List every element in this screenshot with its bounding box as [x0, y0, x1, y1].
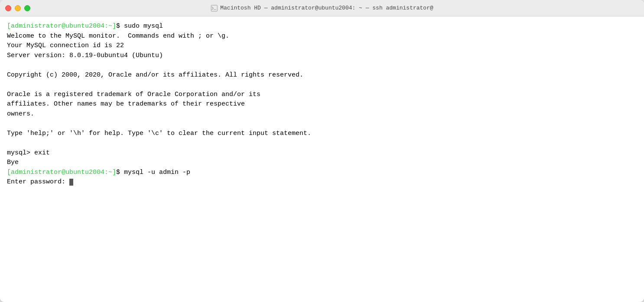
prompt-user-2: [administrator@ubuntu2004:~] — [7, 169, 116, 176]
output-line-6: affiliates. Other names may be trademark… — [7, 100, 637, 109]
mysql-prompt-line: mysql> exit — [7, 148, 637, 158]
traffic-lights — [5, 5, 30, 11]
window-title: Macintosh HD — administrator@ubuntu2004:… — [211, 5, 433, 12]
bye-line: Bye — [7, 158, 637, 168]
close-button[interactable] — [5, 5, 11, 11]
prompt-symbol-1: $ — [116, 22, 124, 30]
empty-line-3 — [7, 119, 637, 129]
maximize-button[interactable] — [24, 5, 30, 11]
svg-rect-0 — [211, 5, 217, 11]
prompt-symbol-2: $ — [116, 169, 124, 176]
output-line-7: owners. — [7, 109, 637, 119]
empty-line-2 — [7, 80, 637, 90]
output-line-8: Type 'help;' or '\h' for help. Type '\c'… — [7, 129, 637, 139]
minimize-button[interactable] — [15, 5, 21, 11]
output-line-5: Oracle is a registered trademark of Orac… — [7, 90, 637, 100]
prompt-line-1: [administrator@ubuntu2004:~]$ sudo mysql — [7, 22, 637, 32]
output-line-2: Your MySQL connection id is 22 — [7, 41, 637, 51]
terminal-body[interactable]: [administrator@ubuntu2004:~]$ sudo mysql… — [0, 16, 644, 302]
title-bar: Macintosh HD — administrator@ubuntu2004:… — [0, 0, 644, 16]
terminal-icon — [211, 5, 218, 12]
terminal-cursor — [69, 179, 73, 186]
command-2: mysql -u admin -p — [124, 169, 190, 176]
terminal-window: Macintosh HD — administrator@ubuntu2004:… — [0, 0, 644, 302]
output-line-4: Copyright (c) 2000, 2020, Oracle and/or … — [7, 71, 637, 80]
mysql-command: exit — [34, 149, 50, 157]
empty-line-4 — [7, 138, 637, 148]
mysql-prompt-text: mysql> — [7, 149, 34, 157]
command-1: sudo mysql — [124, 22, 163, 30]
output-line-3: Server version: 8.0.19-0ubuntu4 (Ubuntu) — [7, 51, 637, 61]
prompt-line-2: [administrator@ubuntu2004:~]$ mysql -u a… — [7, 168, 637, 178]
prompt-user-1: [administrator@ubuntu2004:~] — [7, 22, 116, 30]
password-prompt-line: Enter password: — [7, 177, 637, 187]
output-line-1: Welcome to the MySQL monitor. Commands e… — [7, 32, 637, 42]
empty-line-1 — [7, 61, 637, 71]
title-text: Macintosh HD — administrator@ubuntu2004:… — [220, 5, 433, 11]
